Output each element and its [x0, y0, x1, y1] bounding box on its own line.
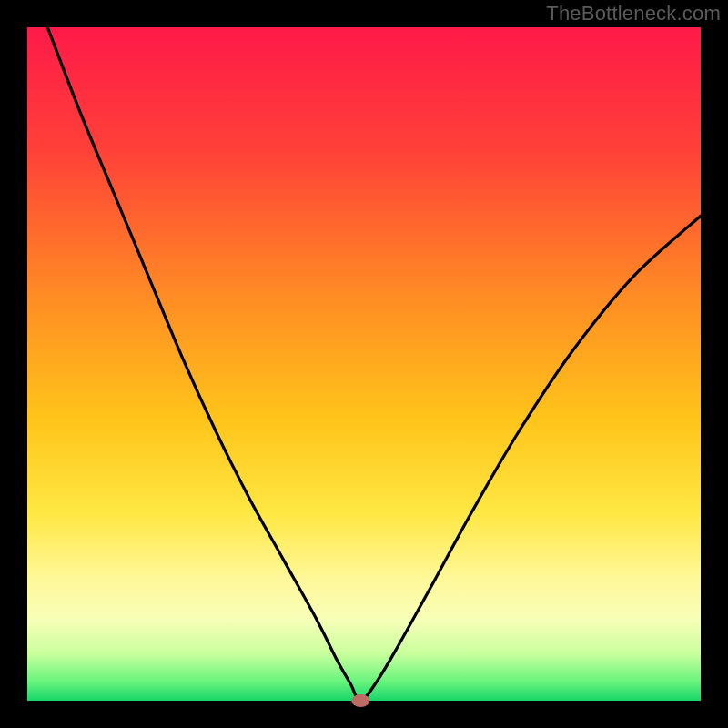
- chart-gradient-bg: [27, 27, 701, 701]
- chart-frame: TheBottleneck.com: [0, 0, 728, 728]
- optimal-point-marker: [351, 694, 369, 707]
- bottleneck-chart: [0, 0, 728, 728]
